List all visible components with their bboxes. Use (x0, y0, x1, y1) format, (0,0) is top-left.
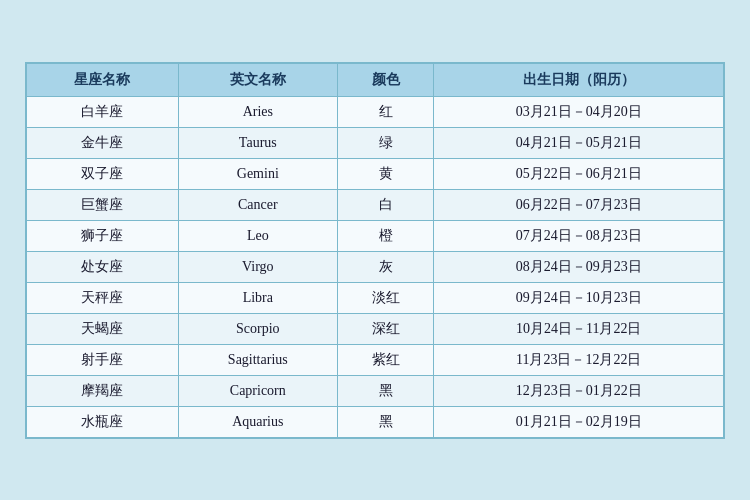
table-cell-8-0: 射手座 (27, 344, 179, 375)
table-row: 摩羯座Capricorn黑12月23日－01月22日 (27, 375, 724, 406)
table-cell-7-1: Scorpio (178, 313, 337, 344)
table-cell-7-0: 天蝎座 (27, 313, 179, 344)
table-cell-9-0: 摩羯座 (27, 375, 179, 406)
table-cell-0-1: Aries (178, 96, 337, 127)
table-row: 天蝎座Scorpio深红10月24日－11月22日 (27, 313, 724, 344)
table-cell-4-3: 07月24日－08月23日 (434, 220, 724, 251)
table-cell-5-0: 处女座 (27, 251, 179, 282)
table-cell-2-2: 黄 (337, 158, 434, 189)
table-cell-5-3: 08月24日－09月23日 (434, 251, 724, 282)
table-cell-5-1: Virgo (178, 251, 337, 282)
table-header-cell: 出生日期（阳历） (434, 63, 724, 96)
table-cell-6-2: 淡红 (337, 282, 434, 313)
table-body: 白羊座Aries红03月21日－04月20日金牛座Taurus绿04月21日－0… (27, 96, 724, 437)
table-cell-7-3: 10月24日－11月22日 (434, 313, 724, 344)
table-cell-9-3: 12月23日－01月22日 (434, 375, 724, 406)
table-cell-2-1: Gemini (178, 158, 337, 189)
table-row: 双子座Gemini黄05月22日－06月21日 (27, 158, 724, 189)
zodiac-table: 星座名称英文名称颜色出生日期（阳历） 白羊座Aries红03月21日－04月20… (26, 63, 724, 438)
table-cell-4-0: 狮子座 (27, 220, 179, 251)
table-cell-1-2: 绿 (337, 127, 434, 158)
table-cell-3-3: 06月22日－07月23日 (434, 189, 724, 220)
table-cell-2-0: 双子座 (27, 158, 179, 189)
table-cell-6-3: 09月24日－10月23日 (434, 282, 724, 313)
table-row: 天秤座Libra淡红09月24日－10月23日 (27, 282, 724, 313)
table-cell-7-2: 深红 (337, 313, 434, 344)
table-cell-1-1: Taurus (178, 127, 337, 158)
table-cell-9-2: 黑 (337, 375, 434, 406)
table-cell-0-3: 03月21日－04月20日 (434, 96, 724, 127)
table-row: 巨蟹座Cancer白06月22日－07月23日 (27, 189, 724, 220)
table-row: 金牛座Taurus绿04月21日－05月21日 (27, 127, 724, 158)
table-header-cell: 英文名称 (178, 63, 337, 96)
table-cell-8-1: Sagittarius (178, 344, 337, 375)
table-header-cell: 星座名称 (27, 63, 179, 96)
table-cell-3-1: Cancer (178, 189, 337, 220)
table-row: 白羊座Aries红03月21日－04月20日 (27, 96, 724, 127)
table-cell-10-1: Aquarius (178, 406, 337, 437)
table-cell-0-2: 红 (337, 96, 434, 127)
table-cell-1-0: 金牛座 (27, 127, 179, 158)
table-cell-10-2: 黑 (337, 406, 434, 437)
table-cell-8-2: 紫红 (337, 344, 434, 375)
table-cell-4-1: Leo (178, 220, 337, 251)
table-row: 射手座Sagittarius紫红11月23日－12月22日 (27, 344, 724, 375)
table-cell-9-1: Capricorn (178, 375, 337, 406)
table-cell-1-3: 04月21日－05月21日 (434, 127, 724, 158)
table-cell-5-2: 灰 (337, 251, 434, 282)
zodiac-table-container: 星座名称英文名称颜色出生日期（阳历） 白羊座Aries红03月21日－04月20… (25, 62, 725, 439)
table-row: 处女座Virgo灰08月24日－09月23日 (27, 251, 724, 282)
table-cell-3-2: 白 (337, 189, 434, 220)
table-cell-2-3: 05月22日－06月21日 (434, 158, 724, 189)
table-cell-6-1: Libra (178, 282, 337, 313)
table-cell-6-0: 天秤座 (27, 282, 179, 313)
table-cell-10-3: 01月21日－02月19日 (434, 406, 724, 437)
table-row: 狮子座Leo橙07月24日－08月23日 (27, 220, 724, 251)
table-cell-10-0: 水瓶座 (27, 406, 179, 437)
table-header-cell: 颜色 (337, 63, 434, 96)
table-row: 水瓶座Aquarius黑01月21日－02月19日 (27, 406, 724, 437)
table-cell-3-0: 巨蟹座 (27, 189, 179, 220)
table-cell-0-0: 白羊座 (27, 96, 179, 127)
table-cell-8-3: 11月23日－12月22日 (434, 344, 724, 375)
table-cell-4-2: 橙 (337, 220, 434, 251)
table-header-row: 星座名称英文名称颜色出生日期（阳历） (27, 63, 724, 96)
